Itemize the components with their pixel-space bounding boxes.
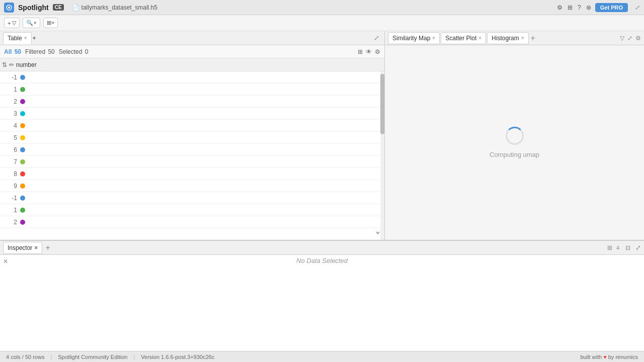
- search-add-button[interactable]: 🔍+: [23, 18, 40, 28]
- table-tab[interactable]: Table ×: [3, 32, 32, 44]
- file-section: 📄 tallymarks_dataset_small.h5: [72, 4, 157, 11]
- inspector-panel-tabs: Inspector × + ⊞ 4 ⊟ ⤢: [0, 241, 644, 255]
- scrollbar-track[interactable]: [380, 71, 384, 240]
- no-data-message: No Data Selected: [2, 257, 642, 264]
- table-row[interactable]: 1: [0, 83, 384, 96]
- row-number: -1: [2, 195, 17, 202]
- get-pro-button[interactable]: Get PRO: [595, 3, 628, 12]
- similarity-map-label: Similarity Map: [392, 35, 430, 42]
- version-info: Version 1.6.6-post.3+930c26c: [141, 354, 214, 360]
- scrollbar-thumb[interactable]: [380, 74, 384, 134]
- github-icon[interactable]: ⊛: [586, 4, 591, 11]
- table-tab-label: Table: [8, 35, 22, 42]
- row-color-dot: [20, 220, 25, 225]
- add-inspector-button[interactable]: +: [45, 243, 50, 252]
- edit-icon[interactable]: ✏: [9, 61, 14, 68]
- table-row[interactable]: -1: [0, 71, 384, 83]
- statusbar: 4 cols / 50 rows | Spotlight Community E…: [0, 351, 644, 362]
- table-columns-icon[interactable]: ⊞: [358, 48, 363, 55]
- inspector-view-icons: ⊞ 4 ⊟ ⤢: [607, 244, 641, 251]
- similarity-map-close[interactable]: ×: [432, 35, 435, 41]
- settings-icon[interactable]: ⚙: [557, 4, 562, 11]
- table-row[interactable]: 2: [0, 96, 384, 108]
- expand-icon[interactable]: ⤢: [635, 4, 640, 11]
- row-color-dot: [20, 111, 25, 116]
- right-settings-icon[interactable]: ⚙: [635, 35, 641, 42]
- layout-icon[interactable]: ⊟: [625, 244, 630, 251]
- inspector-panel: Inspector × + ⊞ 4 ⊟ ⤢ ✕ No Data Selected: [0, 240, 644, 351]
- table-row[interactable]: 7: [0, 156, 384, 168]
- view-count: 4: [616, 245, 619, 251]
- by-text: by renumics: [608, 354, 638, 360]
- expand-inspector-icon[interactable]: ⤢: [635, 244, 641, 251]
- add-panel-button[interactable]: +: [33, 35, 36, 42]
- right-panel-tabs: Similarity Map × Scatter Plot × Histogra…: [385, 31, 644, 45]
- table-row[interactable]: 6: [0, 144, 384, 156]
- histogram-label: Histogram: [492, 35, 519, 42]
- row-color-dot: [20, 135, 25, 140]
- titlebar-icons: ⚙ ⊞ ? ⊛: [557, 4, 591, 11]
- table-row[interactable]: 9: [0, 180, 384, 192]
- all-filter[interactable]: All 50: [4, 48, 21, 55]
- plus-icon: +: [8, 20, 11, 26]
- right-filter-icon[interactable]: ▽: [620, 35, 624, 42]
- table-settings-icon[interactable]: ⚙: [375, 48, 380, 55]
- right-panel: Similarity Map × Scatter Plot × Histogra…: [385, 31, 644, 240]
- grid-view-icon[interactable]: ⊞: [607, 244, 612, 251]
- scroll-down-arrow[interactable]: [375, 230, 380, 237]
- table-row[interactable]: 8: [0, 168, 384, 180]
- table-panel-tabs: Table × + ⤢: [0, 31, 384, 45]
- right-expand-icon[interactable]: ⤢: [627, 35, 632, 42]
- titlebar: Spotlight CE 📄 tallymarks_dataset_small.…: [0, 0, 644, 15]
- filtered-filter[interactable]: Filtered 50: [25, 48, 55, 55]
- table-row[interactable]: 4: [0, 120, 384, 132]
- computing-text: Computing umap: [490, 151, 539, 158]
- add-filter-button[interactable]: + ▽: [4, 18, 20, 28]
- inspector-close-x[interactable]: ✕: [3, 258, 8, 265]
- row-color-dot: [20, 75, 25, 80]
- inspector-tab-label: Inspector: [8, 244, 32, 251]
- histogram-tab[interactable]: Histogram ×: [487, 32, 529, 44]
- row-number: 2: [2, 219, 17, 226]
- scatter-plot-close[interactable]: ×: [478, 35, 481, 41]
- table-row[interactable]: 3: [0, 108, 384, 120]
- app-title: Spotlight: [18, 4, 49, 12]
- table-tab-close[interactable]: ×: [24, 35, 27, 41]
- row-number: 8: [2, 170, 17, 177]
- ce-badge: CE: [53, 4, 64, 11]
- table-data: -1 1 2 3 4 5 6 7 8 9: [0, 71, 384, 240]
- edition-info: Spotlight Community Edition: [58, 354, 127, 360]
- table-eye-icon[interactable]: 👁: [366, 48, 372, 55]
- fullscreen-icon[interactable]: ⤢: [374, 34, 379, 42]
- selected-filter[interactable]: Selected 0: [59, 48, 89, 55]
- inspector-tab[interactable]: Inspector ×: [3, 242, 42, 254]
- debug-icon[interactable]: ⊞: [568, 4, 573, 11]
- sort-icon[interactable]: ⇅: [2, 61, 7, 68]
- row-color-dot: [20, 159, 25, 164]
- row-color-dot: [20, 123, 25, 128]
- table-row[interactable]: 2: [0, 216, 384, 228]
- scatter-plot-tab[interactable]: Scatter Plot ×: [441, 32, 486, 44]
- histogram-close[interactable]: ×: [521, 35, 524, 41]
- table-panel: Table × + ⤢ All 50 Filtered 50 Selected: [0, 31, 385, 240]
- similarity-map-tab[interactable]: Similarity Map ×: [388, 32, 440, 44]
- widget-add-button[interactable]: ⊞+: [43, 18, 58, 28]
- table-filter-icons: ⊞ 👁 ⚙: [358, 48, 380, 55]
- computing-area: Computing umap: [385, 45, 644, 240]
- table-rows-container: -1 1 2 3 4 5 6 7 8 9: [0, 71, 384, 228]
- row-color-dot: [20, 99, 25, 104]
- help-icon[interactable]: ?: [578, 4, 581, 11]
- app-logo: [4, 3, 14, 13]
- row-color-dot: [20, 208, 25, 213]
- table-row[interactable]: 5: [0, 132, 384, 144]
- add-view-button[interactable]: +: [531, 34, 535, 43]
- row-number: 3: [2, 110, 17, 117]
- table-row[interactable]: -1: [0, 192, 384, 204]
- inspector-tab-close[interactable]: ×: [34, 244, 38, 251]
- panels-row: Table × + ⤢ All 50 Filtered 50 Selected: [0, 31, 644, 240]
- file-icon: 📄: [72, 4, 79, 11]
- grid-plus-icon: ⊞+: [47, 20, 54, 26]
- row-color-dot: [20, 87, 25, 92]
- table-row[interactable]: 1: [0, 204, 384, 216]
- row-color-dot: [20, 184, 25, 189]
